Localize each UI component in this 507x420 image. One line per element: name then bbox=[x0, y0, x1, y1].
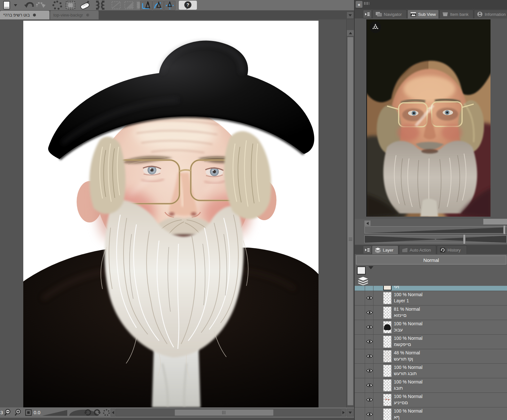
right-panel: « Navigator bbox=[354, 0, 507, 420]
vertical-scroll-thumb[interactable] bbox=[347, 37, 353, 405]
layer-row[interactable]: 100 % Normal משקפיים bbox=[355, 335, 507, 349]
layer-row[interactable]: 100 % Normal עינייםם bbox=[355, 393, 507, 407]
eye-icon bbox=[366, 325, 373, 329]
auto-action-icon bbox=[402, 248, 408, 253]
layer-visibility-toggle[interactable] bbox=[366, 383, 373, 389]
rotate-right-button[interactable] bbox=[93, 409, 102, 416]
select-area-button[interactable] bbox=[64, 1, 77, 10]
layer-blend: Normal bbox=[408, 292, 423, 297]
tab-list-dropdown-button[interactable] bbox=[347, 12, 354, 19]
new-document-button[interactable] bbox=[1, 1, 12, 10]
document-tab-background[interactable]: top-view-backgr bbox=[50, 11, 99, 19]
zoom-slider[interactable] bbox=[42, 410, 67, 416]
layer-row[interactable]: 48 % Normal שערות זקן bbox=[355, 349, 507, 364]
scroll-up-button[interactable] bbox=[347, 30, 354, 36]
snap-to-ruler-button[interactable] bbox=[140, 1, 152, 10]
layer-blend: Normal bbox=[408, 408, 423, 414]
layer-color-dropdown[interactable] bbox=[368, 269, 373, 275]
arrow-up-icon bbox=[349, 32, 352, 34]
layer-visibility-toggle[interactable] bbox=[366, 368, 373, 374]
new-document-dropdown[interactable] bbox=[13, 1, 18, 10]
layer-color-swatch[interactable] bbox=[357, 266, 366, 275]
layer-thumbnail bbox=[383, 286, 392, 290]
subview-rotation-slider[interactable] bbox=[364, 235, 507, 243]
tab-label: Information bbox=[485, 12, 506, 17]
zoom-slider-handle[interactable] bbox=[503, 225, 506, 234]
fill-tool-button[interactable] bbox=[78, 1, 92, 10]
snap-to-grid-button[interactable] bbox=[164, 1, 176, 10]
arrow-left-icon bbox=[112, 411, 114, 414]
tab-sub-view[interactable]: Sub View bbox=[407, 10, 439, 18]
subview-back-button[interactable] bbox=[364, 220, 371, 226]
layer-visibility-toggle[interactable] bbox=[366, 325, 373, 331]
svg-text:?: ? bbox=[187, 2, 189, 7]
layer-visibility-toggle[interactable] bbox=[366, 397, 373, 404]
layer-row[interactable]: 100 % Normal כובע bbox=[355, 320, 507, 335]
layer-thumbnail-eyes bbox=[383, 394, 392, 406]
redo-button[interactable] bbox=[35, 1, 47, 10]
collapse-panel-button[interactable]: « bbox=[356, 1, 362, 8]
eye-icon bbox=[366, 412, 373, 417]
scroll-down-button[interactable] bbox=[347, 409, 354, 416]
layer-visibility-toggle[interactable] bbox=[366, 354, 373, 360]
scroll-right-button[interactable] bbox=[341, 409, 346, 416]
layer-row[interactable]: 100 % Normal אף bbox=[355, 407, 507, 420]
view-tab-strip: Navigator Sub View Item bank bbox=[355, 9, 507, 18]
application-window: ? *הרב פישר טוב top-view-backgr bbox=[0, 0, 507, 420]
transform-button[interactable] bbox=[94, 1, 107, 10]
zoom-out-button[interactable] bbox=[4, 409, 12, 416]
document-tab-active[interactable]: *הרב פישר טוב bbox=[0, 11, 49, 19]
layer-visibility-toggle[interactable] bbox=[366, 412, 373, 418]
subview-zoom-slider[interactable] bbox=[364, 226, 507, 233]
layer-row[interactable]: 100 % Normal Layer 1 bbox=[355, 291, 507, 306]
scroll-left-button[interactable] bbox=[111, 409, 115, 416]
help-button[interactable]: ? bbox=[179, 1, 197, 10]
sub-view-photo[interactable] bbox=[366, 19, 491, 217]
fit-to-screen-button[interactable] bbox=[25, 409, 32, 416]
layer-visibility-toggle[interactable] bbox=[366, 310, 373, 316]
layer-visibility-toggle[interactable] bbox=[366, 296, 373, 302]
layer-row[interactable]: 81 % Normal אוזניים bbox=[355, 306, 507, 320]
panel-menu-button[interactable] bbox=[363, 10, 372, 18]
eye-icon bbox=[366, 339, 373, 344]
tab-navigator[interactable]: Navigator bbox=[372, 10, 407, 18]
horizontal-scroll-thumb[interactable] bbox=[175, 409, 274, 416]
layer-visibility-toggle[interactable] bbox=[366, 339, 373, 345]
reset-view-button[interactable] bbox=[102, 409, 111, 416]
history-icon bbox=[440, 247, 446, 253]
panel-menu-button[interactable] bbox=[363, 246, 372, 254]
redo-icon bbox=[36, 1, 46, 9]
blend-mode-dropdown[interactable]: Normal bbox=[356, 255, 506, 264]
rotate-left-button[interactable] bbox=[83, 409, 92, 416]
layer-stack-icon bbox=[357, 276, 369, 287]
eye-icon bbox=[366, 397, 373, 402]
subview-rotate-button[interactable] bbox=[370, 21, 381, 33]
layer-row[interactable]: 100 % Normal שערות גבות bbox=[355, 364, 507, 378]
tab-layer[interactable]: Layer bbox=[372, 245, 398, 254]
eye-icon bbox=[366, 296, 373, 300]
layer-opacity: 100 % bbox=[394, 336, 407, 341]
tab-item-bank[interactable]: Item bank bbox=[439, 10, 473, 18]
transform-icon bbox=[95, 1, 105, 10]
document-tab-label: *הרב פישר טוב bbox=[3, 13, 30, 17]
tab-auto-action[interactable]: Auto Action bbox=[399, 245, 436, 254]
chevron-down-icon bbox=[368, 266, 373, 275]
layer-row[interactable]: 100 % Normal גבות bbox=[355, 378, 507, 393]
subview-zoom-field[interactable] bbox=[483, 219, 507, 225]
drawing-canvas[interactable] bbox=[23, 21, 318, 407]
canvas-vertical-scrollbar[interactable] bbox=[346, 19, 354, 407]
blend-mode-value: Normal bbox=[423, 257, 439, 263]
tab-history[interactable]: History bbox=[437, 245, 467, 254]
panel-drag-grip[interactable] bbox=[364, 2, 369, 5]
snap-to-special-ruler-button[interactable] bbox=[152, 1, 164, 10]
rotate-reset-icon bbox=[372, 24, 379, 31]
undo-button[interactable] bbox=[23, 1, 35, 10]
rotation-slider-handle[interactable] bbox=[463, 234, 466, 244]
layer-row-selected-partial[interactable]: זקן bbox=[355, 286, 507, 291]
canvas-viewport bbox=[0, 19, 354, 407]
arrow-right-icon bbox=[342, 411, 345, 414]
deselect-button[interactable] bbox=[51, 1, 63, 10]
canvas-horizontal-scrollbar[interactable] bbox=[116, 409, 341, 416]
zoom-in-button[interactable] bbox=[14, 409, 23, 416]
tab-information[interactable]: Information bbox=[474, 10, 507, 18]
